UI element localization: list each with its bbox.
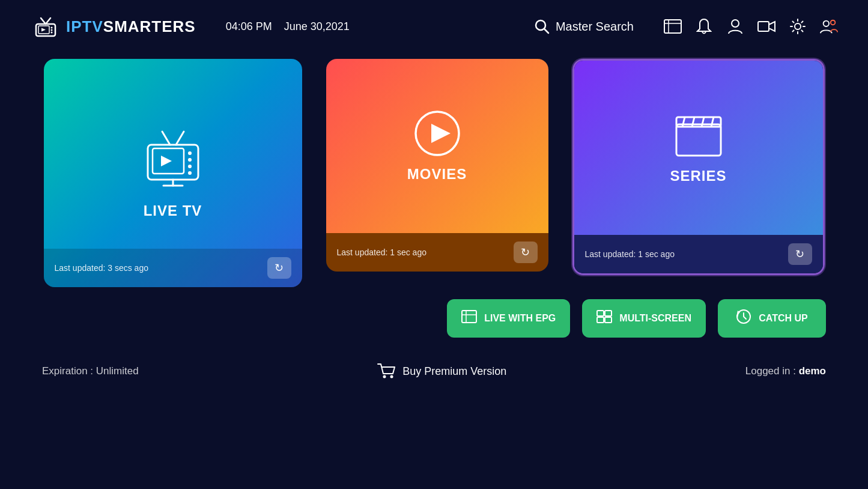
live-with-epg-label: LIVE WITH EPG (484, 313, 556, 324)
svg-rect-42 (597, 317, 604, 323)
main-content: LIVE TV Last updated: 3 secs ago ↻ MOVIE… (0, 53, 868, 350)
action-buttons: LIVE WITH EPG MULTI-SCREEN (330, 299, 826, 338)
multi-screen-btn-icon (596, 310, 612, 327)
svg-line-18 (162, 132, 170, 145)
logged-in-label: Logged in : demo (745, 365, 826, 377)
svg-line-33 (682, 117, 685, 127)
search-label: Master Search (556, 20, 634, 34)
svg-rect-37 (462, 311, 476, 323)
multi-user-icon[interactable] (820, 17, 838, 35)
logo-icon (30, 11, 61, 42)
movies-refresh-button[interactable]: ↻ (514, 241, 538, 263)
video-icon[interactable] (757, 17, 775, 35)
movies-card[interactable]: MOVIES Last updated: 1 sec ago ↻ (326, 59, 548, 272)
epg-icon[interactable] (664, 17, 682, 35)
live-with-epg-button[interactable]: LIVE WITH EPG (447, 299, 570, 338)
svg-point-5 (51, 27, 53, 29)
svg-marker-22 (161, 156, 172, 166)
svg-line-19 (176, 132, 184, 145)
multi-screen-button[interactable]: MULTI-SCREEN (582, 299, 706, 338)
series-clapperboard-icon (672, 111, 726, 159)
live-tv-label: LIVE TV (144, 202, 202, 219)
series-last-updated: Last updated: 1 sec ago (585, 249, 675, 259)
live-tv-last-updated: Last updated: 3 secs ago (55, 263, 148, 273)
svg-rect-10 (664, 20, 681, 33)
cards-row: LIVE TV Last updated: 3 secs ago ↻ MOVIE… (42, 59, 826, 287)
epg-btn-icon (461, 310, 477, 327)
svg-line-9 (544, 29, 548, 33)
expiration-info: Expiration : Unlimited (42, 365, 139, 377)
buy-premium-label: Buy Premium Version (402, 365, 506, 378)
svg-marker-4 (41, 28, 46, 32)
svg-marker-30 (431, 124, 451, 143)
svg-point-46 (383, 375, 386, 378)
series-card-bottom: Last updated: 1 sec ago ↻ (574, 235, 823, 273)
svg-rect-14 (758, 22, 769, 31)
current-time: 04:06 PM (226, 20, 272, 33)
svg-point-24 (188, 158, 192, 162)
catch-up-button[interactable]: CATCH UP (718, 299, 826, 338)
svg-line-1 (46, 18, 50, 24)
svg-point-25 (188, 165, 192, 168)
cart-icon (377, 363, 395, 380)
header-icons (664, 17, 838, 35)
buy-premium-button[interactable]: Buy Premium Version (377, 363, 506, 380)
header: IPTVSMARTERS 04:06 PM June 30,2021 Maste… (0, 0, 868, 53)
svg-point-26 (188, 171, 192, 175)
svg-point-13 (732, 20, 739, 27)
current-date: June 30,2021 (284, 20, 350, 33)
series-card-top: SERIES (574, 61, 823, 235)
svg-line-34 (692, 117, 694, 127)
live-tv-icon-area (137, 127, 209, 193)
series-refresh-button[interactable]: ↻ (788, 243, 812, 265)
expiration-label: Expiration : Unlimited (42, 365, 139, 377)
svg-rect-40 (597, 311, 604, 316)
svg-rect-41 (605, 311, 612, 316)
svg-line-0 (41, 18, 46, 24)
footer: Expiration : Unlimited Buy Premium Versi… (0, 350, 868, 380)
svg-point-17 (831, 20, 836, 25)
live-tv-refresh-button[interactable]: ↻ (267, 257, 291, 279)
multi-screen-label: MULTI-SCREEN (619, 313, 691, 324)
svg-point-6 (51, 29, 53, 31)
catch-up-btn-icon (736, 309, 751, 328)
movies-play-icon (413, 109, 461, 157)
bell-icon[interactable] (695, 17, 713, 35)
svg-line-36 (711, 117, 714, 127)
svg-rect-31 (676, 124, 721, 156)
logged-in-info: Logged in : demo (745, 365, 826, 377)
movies-last-updated: Last updated: 1 sec ago (337, 248, 426, 257)
series-label: SERIES (670, 168, 726, 184)
svg-point-7 (51, 32, 53, 34)
movies-label: MOVIES (407, 166, 467, 183)
svg-point-16 (824, 21, 829, 26)
master-search[interactable]: Master Search (534, 19, 634, 34)
logo: IPTVSMARTERS (30, 11, 196, 42)
svg-line-35 (702, 117, 704, 127)
svg-point-15 (795, 23, 801, 29)
svg-point-23 (188, 151, 192, 155)
settings-icon[interactable] (789, 17, 807, 35)
live-tv-footer: Last updated: 3 secs ago ↻ (44, 249, 302, 287)
live-tv-icon (137, 127, 209, 193)
user-icon[interactable] (726, 17, 744, 35)
svg-rect-43 (605, 317, 612, 323)
movies-card-bottom: Last updated: 1 sec ago ↻ (326, 233, 548, 272)
search-icon (534, 19, 550, 34)
series-card[interactable]: SERIES Last updated: 1 sec ago ↻ (572, 59, 825, 275)
live-tv-card[interactable]: LIVE TV Last updated: 3 secs ago ↻ (44, 59, 302, 287)
catch-up-label: CATCH UP (759, 313, 807, 324)
svg-point-47 (390, 375, 393, 378)
logo-text: IPTVSMARTERS (66, 17, 196, 36)
movies-card-top: MOVIES (326, 59, 548, 233)
